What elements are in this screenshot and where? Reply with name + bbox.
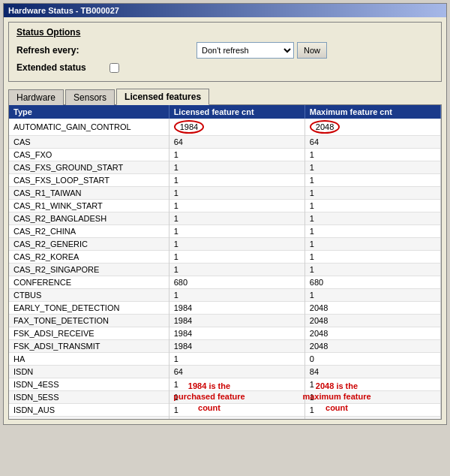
cell-r16-c1: 1984 bbox=[169, 327, 304, 340]
cell-r21-c2: 1 bbox=[304, 391, 440, 404]
cell-r8-c1: 1 bbox=[169, 225, 304, 238]
cell-r22-c1: 1 bbox=[169, 404, 304, 417]
cell-r12-c2: 680 bbox=[304, 276, 440, 289]
tabs-container: Hardware Sensors Licensed features bbox=[8, 88, 442, 104]
cell-r14-c1: 1984 bbox=[169, 302, 304, 315]
cell-r0-c0: AUTOMATIC_GAIN_CONTROL bbox=[9, 119, 169, 136]
extended-status-label: Extended status bbox=[16, 62, 106, 73]
cell-r9-c1: 1 bbox=[169, 238, 304, 251]
table-row: FSK_ADSI_TRANSMIT19842048 bbox=[9, 340, 441, 353]
table-row: CAS6464 bbox=[9, 136, 441, 149]
cell-r5-c2: 1 bbox=[304, 187, 440, 200]
col-header-type: Type bbox=[9, 105, 169, 119]
cell-r6-c0: CAS_R1_WINK_START bbox=[9, 200, 169, 212]
cell-r7-c0: CAS_R2_BANGLADESH bbox=[9, 212, 169, 225]
cell-r12-c1: 680 bbox=[169, 276, 304, 289]
window-title: Hardware Status - TB000027 bbox=[4, 4, 446, 17]
table-row: ISDN6484 bbox=[9, 366, 441, 378]
refresh-select[interactable]: Don't refresh 5 seconds 10 seconds 30 se… bbox=[196, 42, 294, 59]
cell-r10-c1: 1 bbox=[169, 251, 304, 264]
table-row: CAS_R1_TAIWAN11 bbox=[9, 187, 441, 200]
cell-r1-c2: 64 bbox=[304, 136, 440, 149]
cell-r17-c1: 1984 bbox=[169, 340, 304, 353]
cell-r16-c2: 2048 bbox=[304, 327, 440, 340]
main-window: Hardware Status - TB000027 Status Option… bbox=[3, 3, 447, 425]
table-row: FSK_ADSI_RECEIVE19842048 bbox=[9, 327, 441, 340]
table-row: CAS_R1_WINK_START11 bbox=[9, 200, 441, 212]
oval-highlight: 1984 bbox=[174, 120, 204, 134]
cell-r17-c2: 2048 bbox=[304, 340, 440, 353]
cell-r17-c0: FSK_ADSI_TRANSMIT bbox=[9, 340, 169, 353]
cell-r8-c2: 1 bbox=[304, 225, 440, 238]
refresh-label: Refresh every: bbox=[16, 45, 106, 56]
tab-licensed-features[interactable]: Licensed features bbox=[116, 89, 209, 105]
cell-r6-c1: 1 bbox=[169, 200, 304, 212]
table-row: CAS_R2_BANGLADESH11 bbox=[9, 212, 441, 225]
table-row: ISDN_DMS11 bbox=[9, 417, 441, 420]
cell-r18-c2: 0 bbox=[304, 353, 440, 366]
cell-r18-c0: HA bbox=[9, 353, 169, 366]
table-row: CAS_R2_GENERIC11 bbox=[9, 238, 441, 251]
cell-r1-c0: CAS bbox=[9, 136, 169, 149]
table-body: AUTOMATIC_GAIN_CONTROL19842048CAS6464CAS… bbox=[9, 119, 441, 420]
table-row: AUTOMATIC_GAIN_CONTROL19842048 bbox=[9, 119, 441, 136]
table-row: CAS_R2_SINGAPORE11 bbox=[9, 264, 441, 276]
cell-r3-c2: 1 bbox=[304, 161, 440, 174]
table-row: ISDN_AUS11 bbox=[9, 404, 441, 417]
status-options-box: Status Options Refresh every: Don't refr… bbox=[8, 22, 442, 82]
tab-sensors[interactable]: Sensors bbox=[65, 89, 115, 105]
oval-highlight: 2048 bbox=[310, 120, 340, 134]
cell-r15-c2: 2048 bbox=[304, 315, 440, 327]
cell-r14-c0: EARLY_TONE_DETECTION bbox=[9, 302, 169, 315]
cell-r13-c1: 1 bbox=[169, 289, 304, 302]
cell-r7-c1: 1 bbox=[169, 212, 304, 225]
cell-r2-c0: CAS_FXO bbox=[9, 149, 169, 161]
cell-r15-c0: FAX_TONE_DETECTION bbox=[9, 315, 169, 327]
cell-r22-c0: ISDN_AUS bbox=[9, 404, 169, 417]
tab-hardware-label: Hardware bbox=[16, 92, 56, 103]
table-container: Type Licensed feature cnt Maximum featur… bbox=[8, 104, 442, 420]
cell-r14-c2: 2048 bbox=[304, 302, 440, 315]
cell-r2-c1: 1 bbox=[169, 149, 304, 161]
col-header-max: Maximum feature cnt bbox=[304, 105, 440, 119]
table-row: CAS_FXO11 bbox=[9, 149, 441, 161]
cell-r1-c1: 64 bbox=[169, 136, 304, 149]
cell-r0-c2: 2048 bbox=[304, 119, 440, 136]
cell-r2-c2: 1 bbox=[304, 149, 440, 161]
table-row: EARLY_TONE_DETECTION19842048 bbox=[9, 302, 441, 315]
cell-r19-c2: 84 bbox=[304, 366, 440, 378]
cell-r19-c0: ISDN bbox=[9, 366, 169, 378]
cell-r11-c1: 1 bbox=[169, 264, 304, 276]
cell-r4-c1: 1 bbox=[169, 174, 304, 187]
content-area: Status Options Refresh every: Don't refr… bbox=[4, 17, 446, 424]
cell-r5-c1: 1 bbox=[169, 187, 304, 200]
cell-r18-c1: 1 bbox=[169, 353, 304, 366]
cell-r23-c2: 1 bbox=[304, 417, 440, 420]
cell-r11-c0: CAS_R2_SINGAPORE bbox=[9, 264, 169, 276]
cell-r3-c1: 1 bbox=[169, 161, 304, 174]
table-row: CAS_FXS_LOOP_START11 bbox=[9, 174, 441, 187]
table-row: CAS_R2_CHINA11 bbox=[9, 225, 441, 238]
extended-status-checkbox[interactable] bbox=[110, 63, 119, 73]
cell-r8-c0: CAS_R2_CHINA bbox=[9, 225, 169, 238]
cell-r4-c0: CAS_FXS_LOOP_START bbox=[9, 174, 169, 187]
extended-status-row: Extended status bbox=[16, 62, 434, 73]
cell-r7-c2: 1 bbox=[304, 212, 440, 225]
table-row: CONFERENCE680680 bbox=[9, 276, 441, 289]
cell-r13-c0: CTBUS bbox=[9, 289, 169, 302]
window-title-text: Hardware Status - TB000027 bbox=[8, 6, 119, 15]
now-button[interactable]: Now bbox=[297, 42, 327, 59]
cell-r11-c2: 1 bbox=[304, 264, 440, 276]
table-row: CTBUS11 bbox=[9, 289, 441, 302]
cell-r3-c0: CAS_FXS_GROUND_START bbox=[9, 161, 169, 174]
tab-sensors-label: Sensors bbox=[74, 92, 106, 103]
cell-r20-c1: 1 bbox=[169, 378, 304, 391]
cell-r5-c0: CAS_R1_TAIWAN bbox=[9, 187, 169, 200]
col-header-licensed: Licensed feature cnt bbox=[169, 105, 304, 119]
table-header-row: Type Licensed feature cnt Maximum featur… bbox=[9, 105, 441, 119]
cell-r6-c2: 1 bbox=[304, 200, 440, 212]
table-row: ISDN_4ESS11 bbox=[9, 378, 441, 391]
cell-r10-c0: CAS_R2_KOREA bbox=[9, 251, 169, 264]
tab-hardware[interactable]: Hardware bbox=[8, 89, 64, 105]
table-row: CAS_FXS_GROUND_START11 bbox=[9, 161, 441, 174]
